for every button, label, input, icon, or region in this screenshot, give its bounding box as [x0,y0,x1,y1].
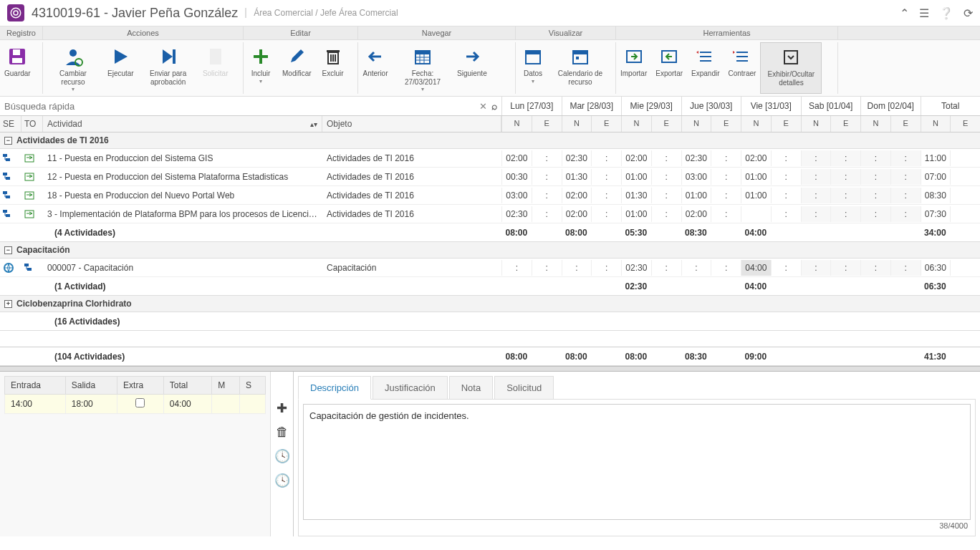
time-cell[interactable]: : [830,150,860,166]
time-cell[interactable]: : [532,188,562,203]
time-col-header[interactable]: Extra [117,377,164,395]
toggle-details-button[interactable]: Exhibir/Ocultar detalles [760,42,822,94]
time-cell[interactable]: : [591,260,621,276]
col-to[interactable]: TO [21,116,43,132]
col-objeto[interactable]: Objeto [322,116,501,132]
extra-cell[interactable] [117,395,164,414]
search-icon[interactable]: ⌕ [491,100,497,112]
time-cell[interactable]: : [532,150,562,166]
time-cell[interactable] [950,150,980,166]
time-cell[interactable]: : [860,260,890,276]
export-button[interactable]: Exportar [651,42,687,94]
time-cell[interactable]: : [890,260,921,276]
time-cell[interactable]: : [651,169,681,185]
time-cell[interactable]: 00:30 [501,169,532,185]
time-cell[interactable]: : [890,169,921,185]
minus-icon[interactable]: − [4,137,12,145]
time-cell[interactable]: 01:30 [621,188,651,203]
plus-icon[interactable]: + [4,300,12,308]
exclude-button[interactable]: Excluir [316,42,350,94]
time-cell[interactable]: 02:00 [621,150,651,166]
import-button[interactable]: Importar [616,42,651,94]
delete-row-icon[interactable]: 🗑 [276,425,289,440]
time-cell[interactable]: 06:30 [921,260,951,276]
time-cell[interactable]: 11:00 [921,150,951,166]
time-cell[interactable]: : [860,169,890,185]
date-button[interactable]: Fecha: 27/03/2017▾ [393,42,453,94]
time-cell[interactable]: : [860,150,890,166]
time-cell[interactable]: 01:00 [621,206,651,222]
detail-tab[interactable]: Solicitud [494,376,554,400]
day-header[interactable]: Mar [28/03] [562,97,622,115]
group-row[interactable]: −Capacitación [0,242,980,259]
time-cell[interactable]: : [651,260,681,276]
time-cell[interactable]: : [771,150,801,166]
time-cell[interactable]: : [890,188,921,203]
time-cell[interactable]: : [801,260,831,276]
time-cell[interactable] [950,260,980,276]
clock-sync-icon[interactable]: 🕓 [274,473,290,488]
time-cell[interactable]: : [651,188,681,203]
time-cell[interactable] [950,206,980,222]
time-cell[interactable]: : [651,206,681,222]
time-cell[interactable]: : [801,150,831,166]
refresh-icon[interactable]: ⟳ [964,6,973,20]
time-cell[interactable] [950,169,980,185]
detail-tab[interactable]: Nota [449,376,493,400]
time-row[interactable]: 14:00 18:00 04:00 [5,395,266,414]
activity-row[interactable]: 12 - Puesta en Produccion del Sistema Pl… [0,168,980,186]
change-resource-button[interactable]: Cambiar recurso▾ [43,42,103,94]
extra-checkbox[interactable] [135,398,145,407]
execute-button[interactable]: Ejecutar [103,42,138,94]
time-cell[interactable]: : [711,206,741,222]
time-cell[interactable]: 02:00 [562,188,592,203]
day-header[interactable]: Lun [27/03] [501,97,562,115]
salida-cell[interactable]: 18:00 [65,395,117,414]
time-cell[interactable]: : [860,206,890,222]
time-cell[interactable]: : [801,169,831,185]
time-cell[interactable]: : [711,260,741,276]
time-cell[interactable]: 07:00 [921,169,951,185]
time-cell[interactable]: 02:30 [681,150,711,166]
col-se[interactable]: SE [0,116,21,132]
next-button[interactable]: Siguiente [453,42,491,94]
time-cell[interactable]: 03:00 [681,169,711,185]
data-button[interactable]: Datos▾ [516,42,550,94]
time-cell[interactable]: 02:30 [501,206,532,222]
time-cell[interactable]: : [771,206,801,222]
collapse-up-icon[interactable]: ⌃ [900,6,909,20]
activity-row[interactable]: 3 - Implementación de Plataforma BPM par… [0,205,980,223]
resource-calendar-button[interactable]: Calendario de recurso [550,42,610,94]
time-cell[interactable]: 02:30 [621,260,651,276]
time-cell[interactable]: 08:30 [921,188,951,203]
day-header[interactable]: Total [921,97,981,115]
time-cell[interactable]: : [711,188,741,203]
time-cell[interactable]: 01:00 [741,188,771,203]
time-cell[interactable]: : [532,260,562,276]
time-cell[interactable]: : [532,206,562,222]
time-cell[interactable]: : [591,188,621,203]
s-cell[interactable] [240,395,266,414]
group-row[interactable]: +Ciclobenzaprina Clorhidrato [0,296,980,312]
time-cell[interactable]: 01:00 [681,188,711,203]
time-cell[interactable]: : [532,169,562,185]
separator-bar[interactable] [0,366,980,372]
time-cell[interactable]: : [771,260,801,276]
day-header[interactable]: Dom [02/04] [860,97,921,115]
time-cell[interactable]: : [681,260,711,276]
time-cell[interactable]: 02:00 [562,206,592,222]
send-approval-button[interactable]: Enviar para aprobación [138,42,198,94]
time-cell[interactable]: : [890,150,921,166]
time-col-header[interactable]: Total [163,377,212,395]
time-cell[interactable]: : [771,169,801,185]
time-cell[interactable]: : [801,188,831,203]
help-icon[interactable]: ❔ [939,6,953,20]
expand-button[interactable]: Expandir [687,42,724,94]
day-header[interactable]: Vie [31/03] [741,97,801,115]
time-cell[interactable]: 02:30 [562,150,592,166]
detail-tab[interactable]: Descripción [298,376,371,400]
clear-search-icon[interactable]: ✕ [479,101,487,112]
collapse-button[interactable]: Contraer [724,42,761,94]
entrada-cell[interactable]: 14:00 [5,395,66,414]
minus-icon[interactable]: − [4,246,12,254]
